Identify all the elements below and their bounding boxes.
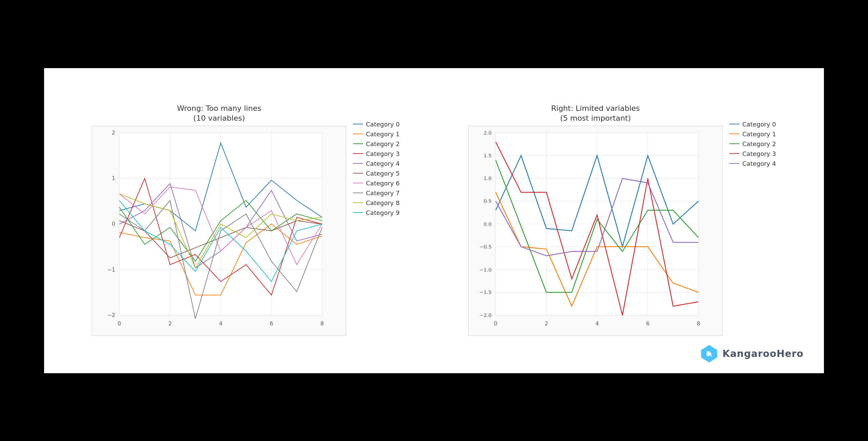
svg-text:6: 6 xyxy=(270,320,273,327)
left-legend-line-0 xyxy=(353,124,363,124)
svg-text:0: 0 xyxy=(118,320,121,327)
right-legend-line-2 xyxy=(729,143,739,144)
svg-text:1.0: 1.0 xyxy=(484,176,492,182)
svg-text:8: 8 xyxy=(320,320,324,327)
left-legend: Category 0 Category 1 Category 2 Categor… xyxy=(353,121,399,216)
left-chart-wrapper: Wrong: Too many lines (10 variables) 2 1 xyxy=(92,104,399,337)
left-legend-cat3: Category 3 xyxy=(353,150,399,157)
svg-text:2: 2 xyxy=(545,320,548,327)
left-chart-title: Wrong: Too many lines (10 variables) xyxy=(92,104,346,123)
svg-text:−2.0: −2.0 xyxy=(479,312,492,318)
svg-text:1: 1 xyxy=(112,175,115,182)
right-chart-svg: 2.0 1.5 1.0 0.5 0.0 −0.5 −1.0 −1.5 −2.0 … xyxy=(468,126,723,336)
right-legend-cat3: Category 3 xyxy=(729,150,776,157)
watermark-text: KangarooHero xyxy=(723,348,804,359)
right-legend-cat4: Category 4 xyxy=(729,160,776,167)
left-legend-cat1: Category 1 xyxy=(353,131,399,138)
main-container: Wrong: Too many lines (10 variables) 2 1 xyxy=(44,68,824,373)
left-chart-area: Wrong: Too many lines (10 variables) 2 1 xyxy=(92,104,346,337)
svg-text:−1: −1 xyxy=(107,266,116,273)
right-legend: Category 0 Category 1 Category 2 Categor… xyxy=(729,121,776,167)
left-legend-cat4: Category 4 xyxy=(353,160,399,167)
left-legend-line-8 xyxy=(353,202,363,203)
svg-text:8: 8 xyxy=(697,320,700,327)
right-legend-cat1: Category 1 xyxy=(729,131,776,138)
svg-text:−0.5: −0.5 xyxy=(479,244,492,250)
right-legend-line-0 xyxy=(729,124,739,124)
right-legend-line-3 xyxy=(729,153,739,154)
svg-text:−2: −2 xyxy=(107,312,116,318)
left-legend-cat2: Category 2 xyxy=(353,140,399,147)
left-legend-line-6 xyxy=(353,183,363,183)
svg-text:1.5: 1.5 xyxy=(484,153,492,159)
right-legend-line-1 xyxy=(729,134,739,134)
svg-text:0: 0 xyxy=(112,221,115,227)
svg-text:4: 4 xyxy=(219,320,222,327)
svg-text:0.0: 0.0 xyxy=(484,221,492,227)
left-legend-line-4 xyxy=(353,163,363,164)
left-legend-line-1 xyxy=(353,134,363,134)
svg-text:2: 2 xyxy=(169,320,172,327)
svg-text:6: 6 xyxy=(646,320,650,327)
svg-text:2.0: 2.0 xyxy=(484,130,492,136)
left-legend-cat6: Category 6 xyxy=(353,180,399,187)
left-legend-line-5 xyxy=(353,173,363,174)
left-legend-cat0: Category 0 xyxy=(353,121,399,128)
right-legend-cat2: Category 2 xyxy=(729,140,776,147)
left-chart-svg: 2 1 0 −1 −2 0 2 4 6 8 xyxy=(92,126,346,336)
svg-text:4: 4 xyxy=(595,320,599,327)
right-chart-wrapper: Right: Limited variables (5 most importa… xyxy=(468,104,776,337)
svg-text:2: 2 xyxy=(112,129,115,136)
left-legend-line-3 xyxy=(353,153,363,154)
watermark-logo xyxy=(700,344,718,363)
left-legend-cat5: Category 5 xyxy=(353,170,399,177)
svg-text:0.5: 0.5 xyxy=(484,198,492,204)
left-legend-cat7: Category 7 xyxy=(353,189,399,197)
watermark: KangarooHero xyxy=(700,344,804,363)
right-legend-line-4 xyxy=(729,163,739,164)
right-chart-title: Right: Limited variables (5 most importa… xyxy=(468,104,723,123)
right-legend-cat0: Category 0 xyxy=(729,121,776,128)
svg-text:0: 0 xyxy=(494,320,497,327)
left-legend-line-9 xyxy=(353,212,363,213)
svg-text:−1.5: −1.5 xyxy=(479,289,492,295)
left-legend-cat8: Category 8 xyxy=(353,199,399,206)
right-chart-area: Right: Limited variables (5 most importa… xyxy=(468,104,723,337)
left-legend-line-7 xyxy=(353,193,363,193)
left-legend-line-2 xyxy=(353,143,363,144)
left-legend-cat9: Category 9 xyxy=(353,209,399,216)
svg-text:−1.0: −1.0 xyxy=(479,267,492,273)
